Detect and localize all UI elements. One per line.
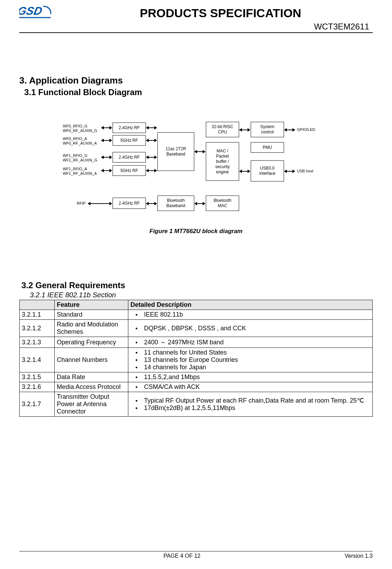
th-feature: Feature	[55, 300, 128, 310]
arrow	[101, 170, 112, 171]
label-usb-host: USB host	[297, 169, 313, 173]
row-number: 3.2.1.3	[20, 337, 55, 348]
row-description: 11 channels for United States13 channels…	[128, 348, 373, 372]
bullet-item: 13 channels for Europe Countries	[135, 356, 370, 364]
label-gpio-led: GPIO/LED	[297, 127, 315, 132]
block-rf1-5: 5GHz RF	[113, 165, 146, 176]
arrow	[88, 203, 112, 204]
row-description: IEEE 802.11b	[128, 310, 373, 320]
table-row: 3.2.1.7Transmitter Output Power at Anten…	[20, 392, 373, 417]
row-feature: Operating Frequency	[55, 337, 128, 348]
footer-divider	[19, 551, 373, 551]
block-11ac-baseband: 11ac 2T2R Baseband	[157, 132, 194, 171]
label-wf0-a: WF0_RFIO_A WF0_RF_AUXIN_A	[63, 137, 97, 146]
table-row: 3.2.1.2Radio and Modulation SchemesDQPSK…	[20, 320, 373, 337]
requirements-table: Feature Detailed Description 3.2.1.1Stan…	[19, 300, 373, 417]
footer-version: Version 1.3	[345, 553, 373, 559]
row-description: CSMA/CA with ACK	[128, 382, 373, 392]
svg-text:GSD: GSD	[19, 5, 43, 17]
row-number: 3.2.1.7	[20, 392, 55, 417]
figure-caption: Figure 1 MT7662U block diagram	[63, 228, 329, 235]
arrow	[195, 203, 205, 204]
arrow	[284, 171, 295, 172]
arrow	[101, 127, 112, 128]
row-feature: Transmitter Output Power at Antenna Conn…	[55, 392, 128, 417]
block-rf0-5: 5GHz RF	[113, 135, 146, 146]
section-3-2-1-heading: 3.2.1 IEEE 802.11b Section	[30, 291, 373, 299]
arrow	[195, 151, 205, 152]
table-row: 3.2.1.3Operating Frequency2400 ～ 2497MHz…	[20, 337, 373, 348]
label-wf0-g: WF0_RFIO_G WF0_RF_AUXIN_G	[63, 124, 97, 133]
block-diagram: WF0_RFIO_G WF0_RF_AUXIN_G WF0_RFIO_A WF0…	[63, 122, 329, 220]
arrow	[146, 140, 157, 141]
block-pmu: PMU	[251, 142, 284, 153]
row-feature: Standard	[55, 310, 128, 320]
arrow	[146, 203, 157, 204]
table-row: 3.2.1.5Data Rate11,5.5,2,and 1Mbps	[20, 372, 373, 382]
bullet-item: DQPSK , DBPSK , DSSS , and CCK	[135, 325, 370, 332]
row-number: 3.2.1.6	[20, 382, 55, 392]
table-row: 3.2.1.1StandardIEEE 802.11b	[20, 310, 373, 320]
block-rf1-24: 2.4GHz RF	[113, 152, 146, 163]
bullet-item: 11 channels for United States	[135, 349, 370, 356]
footer-page: PAGE 4 OF 12	[19, 553, 345, 559]
arrow	[146, 170, 157, 171]
row-number: 3.2.1.5	[20, 372, 55, 382]
label-wf1-g: WF1_RFIO_G WF1_RF_AUXIN_G	[63, 153, 97, 163]
section-3-1-heading: 3.1 Functional Block Diagram	[24, 87, 373, 97]
arrow	[239, 130, 250, 130]
bullet-item: 2400 ～ 2497MHz ISM band	[135, 338, 370, 346]
th-description: Detailed Description	[128, 300, 373, 310]
arrow	[101, 157, 112, 158]
table-row: 3.2.1.6Media Access ProtocolCSMA/CA with…	[20, 382, 373, 392]
table-row: 3.2.1.4Channel Numbers11 channels for Un…	[20, 348, 373, 372]
block-cpu: 32-bit RISC CPU	[206, 122, 239, 137]
block-system-control: System control	[251, 122, 284, 137]
block-bt-rf: 2.4GHz RF	[113, 198, 146, 209]
logo: GSD	[19, 4, 54, 21]
row-description: DQPSK , DBPSK , DSSS , and CCK	[128, 320, 373, 337]
section-3-2-heading: 3.2 General Requirements	[21, 280, 373, 290]
row-feature: Radio and Modulation Schemes	[55, 320, 128, 337]
page-title: PRODUCTS SPECIFICATION	[68, 4, 373, 20]
th-blank	[20, 300, 55, 310]
row-feature: Media Access Protocol	[55, 382, 128, 392]
bullet-item: 14 channels for Japan	[135, 364, 370, 371]
arrow	[146, 157, 157, 158]
block-bt-mac: Bluetooth MAC	[206, 196, 239, 211]
arrow	[146, 127, 157, 128]
label-wf1-a: WF1_RFIO_A WF1_RF_AUXIN_A	[63, 167, 97, 176]
section-3-heading: 3. Application Diagrams	[19, 75, 373, 86]
arrow	[239, 171, 250, 172]
block-mac: MAC / Packet buffer / security engine	[206, 142, 239, 181]
row-feature: Data Rate	[55, 372, 128, 382]
part-number: WCT3EM2611	[19, 22, 373, 32]
row-number: 3.2.1.4	[20, 348, 55, 372]
bullet-item: 11,5.5,2,and 1Mbps	[135, 373, 370, 381]
bullet-item: CSMA/CA with ACK	[135, 383, 370, 391]
arrow	[101, 140, 112, 141]
block-usb: USB3.0 interface	[251, 160, 284, 181]
label-rfip: RFIP	[77, 201, 86, 206]
block-rf0-24: 2.4GHz RF	[113, 123, 146, 133]
arrow	[284, 130, 295, 130]
block-bt-baseband: Bluetooth Baseband	[157, 196, 194, 211]
row-description: Typical RF Output Power at each RF chain…	[128, 392, 373, 417]
row-description: 2400 ～ 2497MHz ISM band	[128, 337, 373, 348]
row-feature: Channel Numbers	[55, 348, 128, 372]
bullet-item: IEEE 802.11b	[135, 311, 370, 318]
row-number: 3.2.1.1	[20, 310, 55, 320]
bullet-item: Typical RF Output Power at each RF chain…	[135, 397, 370, 404]
bullet-item: 17dBm(±2dB) at 1,2,5.5,11Mbps	[135, 404, 370, 412]
row-number: 3.2.1.2	[20, 320, 55, 337]
row-description: 11,5.5,2,and 1Mbps	[128, 372, 373, 382]
